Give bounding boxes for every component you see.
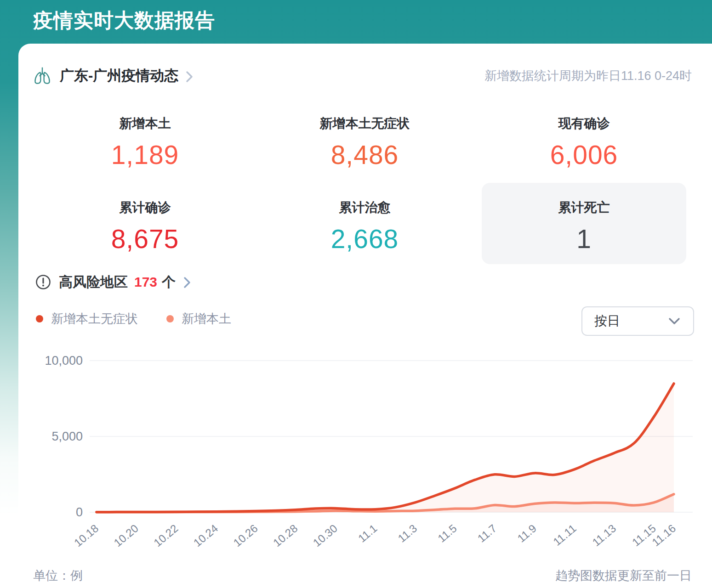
stat-label: 新增本土 bbox=[43, 115, 247, 132]
stat-new-local: 新增本土 1,189 bbox=[43, 115, 247, 170]
x-axis-tick-label: 11.3 bbox=[395, 522, 419, 545]
x-axis-tick-label: 11.9 bbox=[515, 522, 539, 545]
chart-legend: 新增本土无症状 新增本土 bbox=[36, 312, 260, 326]
update-note: 趋势图数据更新至前一日 bbox=[555, 567, 692, 584]
stat-current-confirmed: 现有确诊 6,006 bbox=[482, 115, 686, 170]
stat-value: 8,486 bbox=[262, 140, 467, 170]
x-axis-tick-label: 10.22 bbox=[151, 522, 180, 549]
stat-total-cured: 累计治愈 2,668 bbox=[262, 199, 467, 254]
stat-total-deaths: 累计死亡 1 bbox=[482, 183, 686, 254]
x-axis-tick-label: 10.28 bbox=[271, 522, 300, 549]
stat-value: 2,668 bbox=[262, 224, 467, 254]
region-header[interactable]: 广东-广州疫情动态 bbox=[32, 64, 194, 88]
stat-value: 8,675 bbox=[43, 224, 247, 254]
high-risk-unit: 个 bbox=[162, 273, 176, 292]
legend-dot-local[interactable] bbox=[166, 315, 174, 322]
stat-new-local-asymptomatic: 新增本土无症状 8,486 bbox=[262, 115, 467, 170]
y-axis-tick-label: 0 bbox=[76, 505, 83, 519]
stat-total-confirmed: 累计确诊 8,675 bbox=[43, 199, 247, 254]
x-axis-tick-label: 11.11 bbox=[551, 522, 579, 548]
chevron-down-icon bbox=[667, 317, 681, 325]
x-axis-tick-label: 11.13 bbox=[590, 522, 618, 548]
y-axis-tick-label: 10,000 bbox=[45, 354, 83, 368]
x-axis-tick-label: 10.18 bbox=[72, 522, 101, 549]
stat-value: 1,189 bbox=[43, 140, 247, 170]
stat-value: 6,006 bbox=[482, 140, 686, 170]
lungs-icon bbox=[32, 66, 52, 86]
x-axis-tick-label: 11.16 bbox=[649, 522, 678, 548]
high-risk-areas-link[interactable]: 高风险地区 173 个 bbox=[35, 272, 191, 292]
trend-chart-svg: 05,00010,00010.1810.2010.2210.2410.2610.… bbox=[18, 347, 712, 567]
x-axis-tick-label: 11.1 bbox=[356, 522, 380, 545]
data-period-note: 新增数据统计周期为昨日11.16 0-24时 bbox=[484, 68, 692, 84]
stat-label: 累计治愈 bbox=[262, 199, 467, 216]
x-axis-tick-label: 11.7 bbox=[475, 522, 499, 545]
report-card: 广东-广州疫情动态 新增数据统计周期为昨日11.16 0-24时 新增本土 1,… bbox=[18, 44, 712, 588]
legend-label-asymptomatic[interactable]: 新增本土无症状 bbox=[51, 311, 138, 327]
stat-total-deaths-card: 累计死亡 1 bbox=[482, 183, 686, 264]
page-title: 疫情实时大数据报告 bbox=[33, 7, 215, 34]
legend-label-local[interactable]: 新增本土 bbox=[182, 311, 231, 327]
y-axis-tick-label: 5,000 bbox=[51, 430, 83, 443]
stat-label: 现有确诊 bbox=[482, 115, 686, 132]
high-risk-count: 173 bbox=[134, 274, 157, 290]
x-axis-tick-label: 11.5 bbox=[435, 522, 459, 545]
trend-chart: 05,00010,00010.1810.2010.2210.2410.2610.… bbox=[18, 347, 712, 567]
x-axis-tick-label: 10.30 bbox=[311, 522, 340, 549]
chevron-right-icon bbox=[185, 69, 194, 84]
alert-circle-icon bbox=[35, 274, 51, 290]
stat-label: 累计死亡 bbox=[482, 199, 686, 216]
high-risk-label: 高风险地区 bbox=[59, 273, 128, 292]
x-axis-tick-label: 10.26 bbox=[231, 522, 260, 549]
selected-option: 按日 bbox=[594, 312, 620, 330]
unit-note: 单位：例 bbox=[33, 567, 83, 584]
chevron-right-icon bbox=[183, 276, 191, 289]
legend-dot-asymptomatic[interactable] bbox=[36, 315, 43, 322]
x-axis-tick-label: 10.24 bbox=[191, 522, 220, 549]
stat-label: 新增本土无症状 bbox=[262, 115, 467, 132]
x-axis-tick-label: 10.20 bbox=[111, 522, 140, 549]
region-title: 广东-广州疫情动态 bbox=[60, 66, 178, 85]
stat-label: 累计确诊 bbox=[43, 199, 247, 216]
time-granularity-select[interactable]: 按日 bbox=[581, 306, 694, 336]
stat-value: 1 bbox=[482, 224, 686, 254]
